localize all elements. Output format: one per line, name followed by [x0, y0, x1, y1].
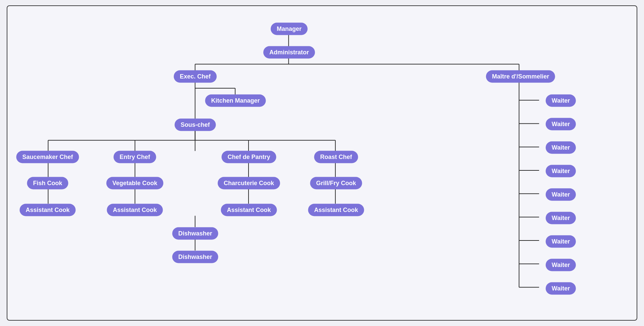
- node-fish_cook: Fish Cook: [27, 177, 68, 189]
- node-asst2: Assistant Cook: [107, 204, 163, 216]
- node-waiter9: Waiter: [546, 282, 576, 295]
- node-administrator: Administrator: [263, 46, 315, 59]
- node-charcuterie: Charcuterie Cook: [218, 177, 280, 189]
- node-chef_pantry: Chef de Pantry: [221, 151, 276, 163]
- node-dishwasher2: Dishwasher: [172, 251, 218, 263]
- node-kitchen_mgr: Kitchen Manager: [205, 95, 266, 107]
- node-exec_chef: Exec. Chef: [174, 70, 217, 83]
- node-manager: Manager: [271, 23, 308, 35]
- node-waiter3: Waiter: [546, 142, 576, 154]
- node-waiter2: Waiter: [546, 118, 576, 130]
- node-waiter4: Waiter: [546, 165, 576, 177]
- node-waiter7: Waiter: [546, 235, 576, 248]
- node-grill_fry: Grill/Fry Cook: [310, 177, 362, 189]
- node-asst1: Assistant Cook: [19, 204, 75, 216]
- node-dishwasher1: Dishwasher: [172, 227, 218, 240]
- node-sous_chef: Sous-chef: [174, 119, 216, 131]
- node-veg_cook: Vegetable Cook: [106, 177, 163, 189]
- node-waiter5: Waiter: [546, 188, 576, 201]
- node-asst4: Assistant Cook: [308, 204, 364, 216]
- node-waiter6: Waiter: [546, 212, 576, 224]
- node-maitre: Maître d'/Sommelier: [486, 70, 555, 83]
- node-entry_chef: Entry Chef: [113, 151, 156, 163]
- node-saucemaker: Saucemaker Chef: [16, 151, 79, 163]
- node-roast_chef: Roast Chef: [314, 151, 358, 163]
- node-waiter1: Waiter: [546, 95, 576, 107]
- node-waiter8: Waiter: [546, 259, 576, 271]
- org-chart: ManagerAdministratorExec. ChefMaître d'/…: [7, 5, 637, 321]
- node-asst3: Assistant Cook: [221, 204, 277, 216]
